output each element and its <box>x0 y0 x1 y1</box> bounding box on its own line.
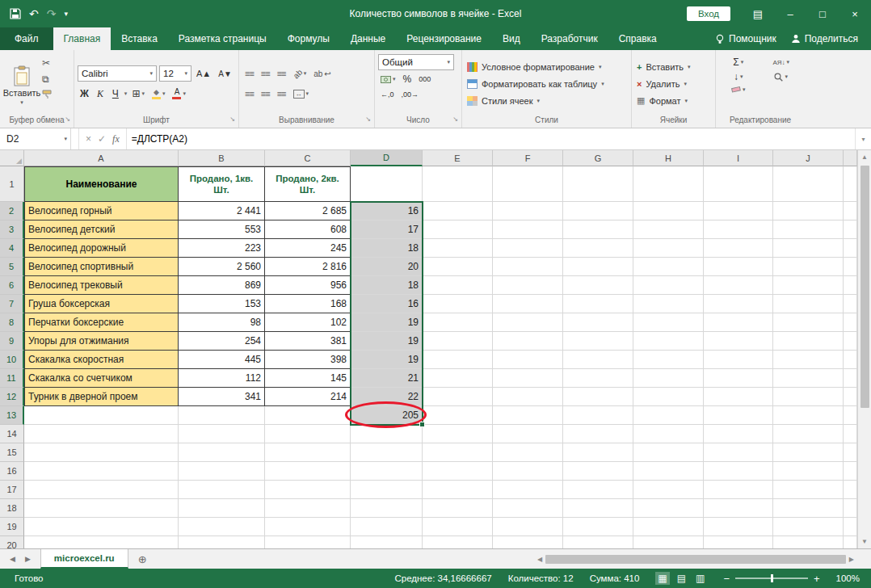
cell-I13[interactable] <box>704 406 773 425</box>
column-header-F[interactable]: F <box>493 150 563 166</box>
cell-E14[interactable] <box>423 425 493 443</box>
row-header-8[interactable]: 8 <box>0 313 24 332</box>
fill-button[interactable]: ↓▾ <box>721 70 755 83</box>
cell-B11[interactable]: 112 <box>179 369 265 388</box>
cell-I10[interactable] <box>704 351 773 369</box>
decrease-decimal-button[interactable]: ,00→ <box>399 90 422 99</box>
row-header-4[interactable]: 4 <box>0 239 24 258</box>
cell-F10[interactable] <box>493 351 563 369</box>
cell-D14[interactable] <box>351 425 423 443</box>
cell-B4[interactable]: 223 <box>179 239 265 258</box>
cell-E2[interactable] <box>423 202 493 220</box>
cell-K7[interactable] <box>844 295 857 313</box>
cell-F7[interactable] <box>493 295 563 313</box>
cell-K6[interactable] <box>844 276 857 295</box>
cell-F19[interactable] <box>493 518 563 536</box>
cell-G7[interactable] <box>563 295 633 313</box>
cell-styles-button[interactable]: Стили ячеек▾ <box>465 93 628 109</box>
cell-H3[interactable] <box>633 220 704 239</box>
cell-D5[interactable]: 20 <box>351 258 423 276</box>
sort-filter-button[interactable]: АЯ↓▾ <box>762 56 800 69</box>
cell-B19[interactable] <box>179 518 265 536</box>
cell-H8[interactable] <box>633 313 704 332</box>
cell-I16[interactable] <box>704 462 773 481</box>
vertical-scroll-thumb[interactable] <box>860 166 869 408</box>
cell-B18[interactable] <box>179 499 265 518</box>
ribbon-display-options-icon[interactable]: ▤ <box>742 0 774 27</box>
cell-A4[interactable]: Велосипед дорожный <box>24 239 179 258</box>
cell-D4[interactable]: 18 <box>351 239 423 258</box>
cell-K16[interactable] <box>844 462 857 481</box>
cell-D20[interactable] <box>351 536 423 548</box>
cell-F2[interactable] <box>493 202 563 220</box>
cell-D6[interactable]: 18 <box>351 276 423 295</box>
cell-G1[interactable] <box>563 166 633 202</box>
cell-H12[interactable] <box>633 388 704 406</box>
cell-C6[interactable]: 956 <box>265 276 351 295</box>
scroll-down-icon[interactable]: ▼ <box>858 535 871 548</box>
copy-icon[interactable]: ⧉ <box>42 74 52 85</box>
zoom-slider-thumb[interactable] <box>771 574 773 582</box>
cell-K11[interactable] <box>844 369 857 388</box>
cell-A16[interactable] <box>24 462 179 481</box>
cell-I6[interactable] <box>704 276 773 295</box>
row-header-2[interactable]: 2 <box>0 202 24 220</box>
cell-A19[interactable] <box>24 518 179 536</box>
cell-D7[interactable]: 16 <box>351 295 423 313</box>
zoom-level[interactable]: 100% <box>836 573 860 583</box>
row-header-12[interactable]: 12 <box>0 388 24 406</box>
cell-A14[interactable] <box>24 425 179 443</box>
cell-I18[interactable] <box>704 499 773 518</box>
row-header-6[interactable]: 6 <box>0 276 24 295</box>
cell-C17[interactable] <box>265 481 351 499</box>
cell-J5[interactable] <box>773 258 844 276</box>
fill-color-button[interactable]: ◆▾ <box>149 87 168 100</box>
cell-H15[interactable] <box>633 443 704 462</box>
cell-K1[interactable] <box>844 166 857 202</box>
cell-K17[interactable] <box>844 481 857 499</box>
cell-G4[interactable] <box>563 239 633 258</box>
cell-J10[interactable] <box>773 351 844 369</box>
cell-K9[interactable] <box>844 332 857 351</box>
cell-E16[interactable] <box>423 462 493 481</box>
cell-K2[interactable] <box>844 202 857 220</box>
cell-B20[interactable] <box>179 536 265 548</box>
find-select-button[interactable]: ▾ <box>762 70 800 83</box>
accounting-format-button[interactable]: ▾ <box>378 75 398 84</box>
cell-G19[interactable] <box>563 518 633 536</box>
cell-H4[interactable] <box>633 239 704 258</box>
cell-H17[interactable] <box>633 481 704 499</box>
cell-D16[interactable] <box>351 462 423 481</box>
cell-I3[interactable] <box>704 220 773 239</box>
cell-D11[interactable]: 21 <box>351 369 423 388</box>
tab-insert[interactable]: Вставка <box>111 27 168 50</box>
cell-K12[interactable] <box>844 388 857 406</box>
cell-A3[interactable]: Велосипед детский <box>24 220 179 239</box>
cell-F14[interactable] <box>493 425 563 443</box>
cell-E10[interactable] <box>423 351 493 369</box>
merge-center-button[interactable]: ↔▾ <box>291 89 312 99</box>
dialog-launcher-icon[interactable]: ↘ <box>365 114 371 125</box>
cell-C18[interactable] <box>265 499 351 518</box>
cell-J15[interactable] <box>773 443 844 462</box>
cell-B1[interactable]: Продано, 1кв. Шт. <box>179 166 265 202</box>
cell-D12[interactable]: 22 <box>351 388 423 406</box>
cell-E9[interactable] <box>423 332 493 351</box>
cell-J12[interactable] <box>773 388 844 406</box>
row-header-11[interactable]: 11 <box>0 369 24 388</box>
tab-formulas[interactable]: Формулы <box>277 27 340 50</box>
cell-F3[interactable] <box>493 220 563 239</box>
save-icon[interactable] <box>10 8 21 19</box>
cell-C4[interactable]: 245 <box>265 239 351 258</box>
sign-in-button[interactable]: Вход <box>687 6 730 21</box>
cell-E11[interactable] <box>423 369 493 388</box>
cell-B9[interactable]: 254 <box>179 332 265 351</box>
formula-input[interactable]: =ДЛСТР(A2) <box>127 128 855 149</box>
column-header-A[interactable]: A <box>24 150 179 166</box>
cell-H10[interactable] <box>633 351 704 369</box>
cell-H1[interactable] <box>633 166 704 202</box>
cell-I15[interactable] <box>704 443 773 462</box>
cell-E13[interactable] <box>423 406 493 425</box>
cell-I19[interactable] <box>704 518 773 536</box>
cell-C8[interactable]: 102 <box>265 313 351 332</box>
